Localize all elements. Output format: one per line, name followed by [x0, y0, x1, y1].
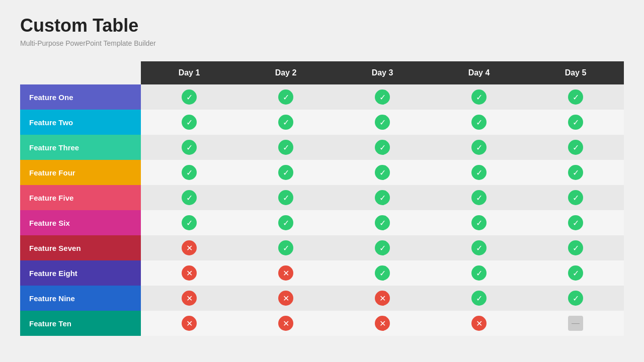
check-icon: ✓ — [471, 115, 487, 130]
check-icon: ✓ — [471, 215, 487, 230]
feature-label: Feature Three — [20, 135, 141, 160]
feature-label-cell: Feature Five — [20, 185, 141, 210]
column-header: Day 3 — [334, 61, 431, 84]
feature-value-cell: ✕ — [431, 311, 527, 336]
feature-value-cell: ✓ — [141, 135, 237, 160]
table-row: Feature Three✓✓✓✓✓ — [20, 135, 624, 160]
table-row: Feature Ten✕✕✕✕— — [20, 311, 624, 336]
feature-value-cell: ✓ — [237, 110, 334, 135]
column-header: Day 1 — [141, 61, 237, 84]
feature-value-cell: ✓ — [141, 185, 237, 210]
check-icon: ✓ — [278, 165, 293, 180]
feature-value-cell: ✓ — [334, 260, 431, 286]
feature-label: Feature Four — [20, 160, 141, 185]
feature-value-cell: ✓ — [527, 185, 624, 210]
page-title: Custom Table — [20, 15, 624, 36]
feature-value-cell: ✓ — [334, 210, 431, 235]
check-icon: ✓ — [182, 89, 197, 105]
check-icon: ✓ — [278, 190, 293, 205]
cross-icon: ✕ — [375, 316, 390, 331]
table-row: Feature Seven✕✓✓✓✓ — [20, 235, 624, 260]
cross-icon: ✕ — [182, 265, 197, 281]
check-icon: ✓ — [278, 115, 293, 130]
feature-value-cell: ✓ — [237, 135, 334, 160]
check-icon: ✓ — [375, 115, 390, 130]
feature-value-cell: ✓ — [527, 260, 624, 286]
feature-value-cell: ✓ — [431, 160, 527, 185]
check-icon: ✓ — [568, 215, 583, 230]
feature-value-cell: — — [527, 311, 624, 336]
feature-label-cell: Feature Four — [20, 160, 141, 185]
check-icon: ✓ — [182, 190, 197, 205]
cross-icon: ✕ — [278, 316, 293, 331]
feature-value-cell: ✕ — [334, 286, 431, 311]
feature-value-cell: ✕ — [237, 286, 334, 311]
feature-label: Feature Five — [20, 185, 141, 210]
column-header: Day 5 — [527, 61, 624, 84]
feature-value-cell: ✕ — [141, 260, 237, 286]
check-icon: ✓ — [278, 89, 293, 105]
check-icon: ✓ — [375, 240, 390, 255]
feature-value-cell: ✓ — [527, 110, 624, 135]
column-header: Day 2 — [237, 61, 334, 84]
check-icon: ✓ — [471, 240, 487, 255]
feature-value-cell: ✓ — [141, 84, 237, 110]
feature-value-cell: ✓ — [334, 135, 431, 160]
feature-label-cell: Feature One — [20, 84, 141, 110]
feature-value-cell: ✓ — [431, 84, 527, 110]
feature-label-cell: Feature Eight — [20, 260, 141, 286]
check-icon: ✓ — [471, 291, 487, 306]
check-icon: ✓ — [278, 140, 293, 155]
check-icon: ✓ — [375, 215, 390, 230]
feature-value-cell: ✓ — [237, 210, 334, 235]
feature-label: Feature Eight — [20, 260, 141, 286]
check-icon: ✓ — [375, 140, 390, 155]
column-header: Day 4 — [431, 61, 527, 84]
feature-label-cell: Feature Seven — [20, 235, 141, 260]
check-icon: ✓ — [568, 115, 583, 130]
page-subtitle: Multi-Purpose PowerPoint Template Builde… — [20, 39, 624, 47]
check-icon: ✓ — [568, 140, 583, 155]
feature-value-cell: ✓ — [527, 210, 624, 235]
check-icon: ✓ — [375, 190, 390, 205]
feature-value-cell: ✓ — [527, 160, 624, 185]
check-icon: ✓ — [471, 165, 487, 180]
feature-table: Day 1Day 2Day 3Day 4Day 5 Feature One✓✓✓… — [20, 61, 624, 336]
feature-value-cell: ✓ — [527, 84, 624, 110]
table-row: Feature Four✓✓✓✓✓ — [20, 160, 624, 185]
cross-icon: ✕ — [182, 316, 197, 331]
feature-value-cell: ✕ — [141, 311, 237, 336]
check-icon: ✓ — [278, 240, 293, 255]
feature-label: Feature Seven — [20, 235, 141, 260]
cross-icon: ✕ — [182, 240, 197, 255]
feature-value-cell: ✕ — [141, 235, 237, 260]
table-wrapper: Day 1Day 2Day 3Day 4Day 5 Feature One✓✓✓… — [20, 61, 624, 336]
dash-icon: — — [568, 316, 583, 331]
check-icon: ✓ — [568, 291, 583, 306]
feature-value-cell: ✕ — [237, 260, 334, 286]
check-icon: ✓ — [182, 215, 197, 230]
check-icon: ✓ — [471, 190, 487, 205]
check-icon: ✓ — [568, 89, 583, 105]
table-row: Feature Six✓✓✓✓✓ — [20, 210, 624, 235]
check-icon: ✓ — [471, 265, 487, 281]
table-row: Feature Nine✕✕✕✓✓ — [20, 286, 624, 311]
check-icon: ✓ — [568, 240, 583, 255]
feature-value-cell: ✓ — [237, 185, 334, 210]
feature-value-cell: ✓ — [237, 84, 334, 110]
feature-value-cell: ✓ — [527, 235, 624, 260]
feature-label-cell: Feature Two — [20, 110, 141, 135]
feature-value-cell: ✕ — [334, 311, 431, 336]
feature-label: Feature Ten — [20, 311, 141, 336]
feature-label-cell: Feature Ten — [20, 311, 141, 336]
feature-value-cell: ✓ — [431, 260, 527, 286]
header-empty — [20, 61, 141, 84]
feature-value-cell: ✓ — [334, 160, 431, 185]
cross-icon: ✕ — [278, 291, 293, 306]
feature-value-cell: ✓ — [334, 185, 431, 210]
feature-label: Feature Two — [20, 110, 141, 135]
feature-value-cell: ✓ — [527, 135, 624, 160]
cross-icon: ✕ — [375, 291, 390, 306]
check-icon: ✓ — [182, 115, 197, 130]
feature-label-cell: Feature Three — [20, 135, 141, 160]
